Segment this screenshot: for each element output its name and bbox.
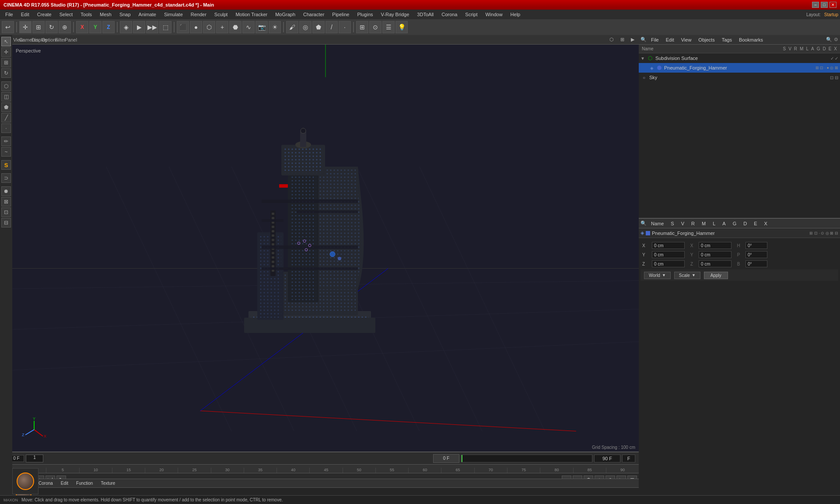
x-pos-input[interactable] [652,242,685,249]
tool-s[interactable]: S [1,160,11,170]
mat-menu-v[interactable]: V [679,220,687,227]
render-preview[interactable]: ▶ [133,21,145,33]
vp-menu-filter[interactable]: Filter [56,36,65,44]
mat-menu-e[interactable]: E [751,220,760,227]
scale-mode-button[interactable]: Scale ▼ [674,272,700,279]
tool-model[interactable]: ⬡ [1,81,11,91]
tool-magnet[interactable]: ⊃ [1,173,11,183]
obj-menu-file[interactable]: File [648,36,662,43]
subdiv-tool[interactable]: ⬣ [229,21,242,33]
menu-help[interactable]: Help [507,11,524,18]
cube-tool[interactable]: ⬛ [177,21,189,33]
y-pos-input[interactable] [652,251,685,258]
mat-menu-r[interactable]: R [689,220,697,227]
z-pos-input[interactable] [652,260,685,267]
menu-vray[interactable]: V-Ray Bridge [378,11,413,18]
x-axis-btn[interactable]: X [76,21,88,33]
menu-character[interactable]: Character [300,11,328,18]
transform-tool[interactable]: ⊕ [59,21,71,33]
floor-btn[interactable]: ☰ [382,21,395,33]
start-frame-input[interactable] [434,456,458,461]
b-input[interactable] [746,260,767,267]
h-input[interactable] [746,242,767,249]
menu-sculpt[interactable]: Sculpt [211,11,231,18]
scrub-bar[interactable] [461,455,592,462]
cylinder-tool[interactable]: ⬡ [203,21,215,33]
menu-mograph[interactable]: MoGraph [272,11,299,18]
menu-animate[interactable]: Animate [135,11,160,18]
mat-tab-edit[interactable]: Edit [57,480,72,486]
viewport[interactable]: View Cameras Display Options Filter Pane… [12,35,639,452]
null-tool[interactable]: + [216,21,228,33]
vp-layout[interactable]: ⊞ [618,36,626,44]
close-button[interactable]: ✕ [830,2,836,8]
menu-pipeline[interactable]: Pipeline [329,11,353,18]
obj-menu-objects[interactable]: Objects [696,36,717,43]
rotate-tool[interactable]: ↻ [46,21,58,33]
obj-row-sky[interactable]: ○ Sky ⊡ ⊟ [639,73,840,82]
tool-extra1[interactable]: ⊡ [1,207,11,217]
mat-menu-m[interactable]: M [699,220,708,227]
render-active[interactable]: ▶▶ [146,21,158,33]
vp-render[interactable]: ▶ [628,36,637,44]
y-axis-btn[interactable]: Y [89,21,102,33]
obj-row-subdiv[interactable]: ▼ ⬡ Subdivision Surface ✓ ✓ [639,53,840,63]
menu-corona[interactable]: Corona [438,11,461,18]
frame-step-input[interactable]: 1 [26,455,43,462]
menu-select[interactable]: Select [56,11,77,18]
scrub-handle[interactable] [462,455,462,462]
bulb-btn[interactable]: 💡 [396,21,408,33]
tool-record[interactable]: ⏺ [1,186,11,196]
menu-snap[interactable]: Snap [116,11,134,18]
obj-menu-view[interactable]: View [679,36,694,43]
menu-file[interactable]: File [2,11,17,18]
mat-menu-x[interactable]: X [761,220,770,227]
menu-edit[interactable]: Edit [18,11,33,18]
timeline-ruler[interactable]: 0 5 10 15 20 25 30 35 40 45 50 55 60 65 … [0,465,639,473]
menu-mesh[interactable]: Mesh [96,11,115,18]
paint-tool[interactable]: 🖌 [286,21,298,33]
obj-menu-bookmarks[interactable]: Bookmarks [736,36,766,43]
object-mode[interactable]: ◈ [120,21,132,33]
light-tool[interactable]: ☀ [269,21,281,33]
move-tool[interactable]: ✛ [19,21,32,33]
mat-menu-d[interactable]: D [741,220,749,227]
menu-create[interactable]: Create [34,11,55,18]
mat-menu-a[interactable]: A [720,220,728,227]
obj-row-hammer[interactable]: ◈ Pneumatic_Forging_Hammer ⊞ ⊡ · ● ◎ ⊠ [639,63,840,73]
menu-tools[interactable]: Tools [77,11,95,18]
camera-tool[interactable]: 📷 [256,21,268,33]
world-mode-button[interactable]: World ▼ [644,272,671,279]
tool-move[interactable]: ✛ [1,47,11,57]
grid-btn[interactable]: ⊞ [356,21,368,33]
tool-extra2[interactable]: ⊟ [1,218,11,228]
render-region[interactable]: ⬚ [159,21,172,33]
point-tool[interactable]: · [339,21,351,33]
maximize-button[interactable]: □ [821,2,828,8]
menu-simulate[interactable]: Simulate [161,11,186,18]
menu-script[interactable]: Script [462,11,481,18]
tool-scale[interactable]: ⊞ [1,58,11,67]
mat-menu-g[interactable]: G [730,220,739,227]
polygon-tool[interactable]: ⬟ [312,21,325,33]
mat-tab-function[interactable]: Function [73,480,96,486]
mat-menu-name[interactable]: Name [648,220,666,227]
vp-menu-options[interactable]: Options [46,36,54,44]
sphere-tool[interactable]: ● [190,21,202,33]
scrub-left-input[interactable] [433,454,459,463]
snap-btn[interactable]: ⊙ [369,21,382,33]
tool-texture[interactable]: ◫ [1,92,11,102]
mat-menu-l[interactable]: L [710,220,718,227]
tool-edge[interactable]: ╱ [1,113,11,122]
vp-maximize[interactable]: ⬡ [607,36,616,44]
menu-render[interactable]: Render [187,11,210,18]
tool-mesh[interactable]: ⊠ [1,197,11,206]
tool-polygon[interactable]: ⬟ [1,102,11,112]
menu-plugins[interactable]: Plugins [354,11,376,18]
mat-menu-s[interactable]: S [668,220,676,227]
z-rot-input[interactable] [699,260,732,267]
menu-3dtoall[interactable]: 3DToAll [413,11,437,18]
undo-button[interactable]: ↩ [2,21,14,33]
tool-pen[interactable]: ✏ [1,136,11,146]
tool-point[interactable]: · [1,123,11,133]
